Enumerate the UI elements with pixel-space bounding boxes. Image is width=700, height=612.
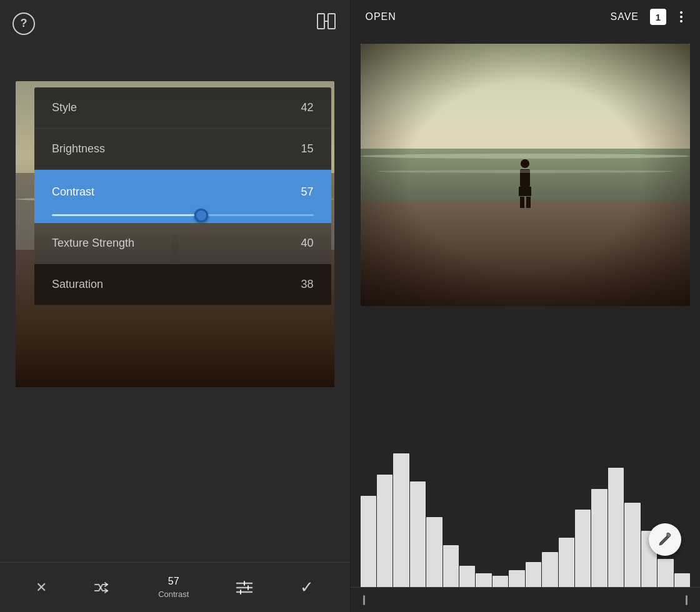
hist-bar <box>575 510 591 587</box>
dot-3 <box>680 20 682 22</box>
hist-bar <box>509 570 524 587</box>
texture-setting-row[interactable]: Texture Strength 40 <box>34 223 331 264</box>
hist-bar <box>658 559 673 587</box>
left-panel: ? <box>0 0 350 612</box>
contrast-slider[interactable] <box>52 214 314 216</box>
person-silhouette <box>516 159 534 206</box>
more-options-button[interactable] <box>678 9 685 25</box>
cancel-icon: ✕ <box>36 580 47 596</box>
slider-track <box>52 214 314 216</box>
hist-bar <box>492 576 508 587</box>
save-button[interactable]: SAVE <box>611 11 639 22</box>
hist-bar <box>591 489 607 588</box>
hist-bar <box>377 475 392 587</box>
shuffle-icon <box>94 581 111 595</box>
contrast-value: 57 <box>301 185 313 199</box>
hist-bar <box>361 496 376 587</box>
person-shorts <box>519 187 531 196</box>
hist-bar <box>476 573 491 588</box>
hist-bar <box>426 517 442 588</box>
brightness-label: Brightness <box>52 142 105 155</box>
hist-bar <box>559 538 574 587</box>
hist-bar <box>410 481 426 587</box>
edit-fab-button[interactable] <box>649 523 681 556</box>
right-header: OPEN SAVE 1 <box>351 0 701 34</box>
style-value: 42 <box>301 101 313 114</box>
confirm-button[interactable]: ✓ <box>300 578 314 597</box>
badge: 1 <box>650 9 666 25</box>
settings-panel: Style 42 Brightness 15 Contrast 57 T <box>34 87 331 305</box>
svg-rect-1 <box>328 14 335 29</box>
hist-bar <box>674 573 690 588</box>
person-leg-left <box>520 197 524 208</box>
hist-bar <box>608 468 624 587</box>
slider-thumb[interactable] <box>194 209 208 222</box>
spacer <box>351 306 701 447</box>
hist-marker-right[interactable] <box>686 595 688 605</box>
person-legs <box>516 197 534 208</box>
histogram <box>351 447 701 587</box>
compare-button[interactable] <box>315 10 338 37</box>
brightness-value: 15 <box>301 142 313 155</box>
sliders-icon <box>236 581 253 595</box>
confirm-icon: ✓ <box>300 578 314 597</box>
shuffle-button[interactable] <box>94 581 111 595</box>
texture-value: 40 <box>301 237 313 250</box>
sliders-button[interactable] <box>236 581 253 595</box>
contrast-setting-row[interactable]: Contrast 57 <box>34 170 331 223</box>
hist-bar <box>393 453 409 587</box>
pencil-icon <box>658 533 672 546</box>
brightness-setting-row[interactable]: Brightness 15 <box>34 129 331 170</box>
slider-fill <box>52 214 201 216</box>
dot-2 <box>680 16 682 18</box>
texture-label: Texture Strength <box>52 237 134 250</box>
person-leg-right <box>526 197 531 208</box>
style-setting-row[interactable]: Style 42 <box>34 87 331 129</box>
hist-bar <box>459 566 475 587</box>
toolbar-label: Contrast <box>158 590 189 599</box>
person-head <box>521 159 529 168</box>
open-button[interactable]: OPEN <box>366 11 396 22</box>
svg-rect-0 <box>318 14 324 29</box>
left-header: ? <box>0 0 350 47</box>
hist-bar <box>624 503 640 587</box>
hist-bar <box>542 552 558 587</box>
value-label-container: 57 Contrast <box>158 576 189 599</box>
main-photo <box>361 44 691 306</box>
bottom-toolbar: ✕ 57 Contrast <box>0 562 350 612</box>
help-button[interactable]: ? <box>12 12 35 35</box>
saturation-value: 38 <box>301 278 313 291</box>
cancel-button[interactable]: ✕ <box>36 580 47 596</box>
right-panel: OPEN SAVE 1 <box>351 0 701 612</box>
contrast-label: Contrast <box>52 185 94 199</box>
hist-bar <box>526 562 541 588</box>
style-label: Style <box>52 101 77 114</box>
saturation-setting-row[interactable]: Saturation 38 <box>34 264 331 305</box>
dot-1 <box>680 11 682 14</box>
toolbar-value: 57 <box>168 576 179 587</box>
right-btn-group: SAVE 1 <box>611 9 686 25</box>
hist-marker-left[interactable] <box>363 595 365 605</box>
hist-bar <box>443 545 459 588</box>
saturation-label: Saturation <box>52 278 103 291</box>
histogram-controls <box>351 587 701 612</box>
